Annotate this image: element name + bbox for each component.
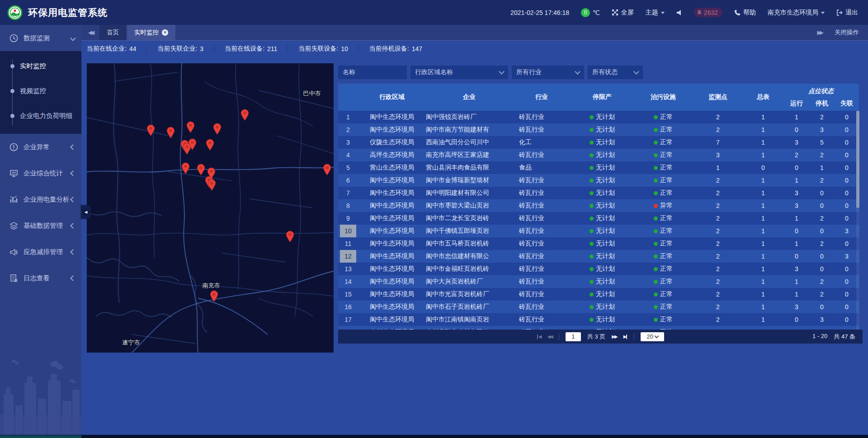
cell-meter-count: 1 xyxy=(743,263,783,275)
cell-monitor-count: 2 xyxy=(693,187,743,199)
map-pin-icon[interactable] xyxy=(286,231,294,242)
help-button[interactable]: 帮助 xyxy=(734,9,756,17)
fullscreen-label: 全屏 xyxy=(621,9,634,17)
map-pin-icon[interactable] xyxy=(213,123,222,135)
sidebar-group-3[interactable]: 企业综合统计 xyxy=(0,160,81,186)
table-row[interactable]: 9阆中生态环境局阆中市二龙长宝页岩砖砖瓦行业无计划正常21120 xyxy=(338,212,859,225)
sidebar-item-视频监控[interactable]: 视频监控 xyxy=(0,79,81,104)
next-page-button[interactable]: ▶▶ xyxy=(612,334,617,339)
cell-run-count: 1 xyxy=(783,275,810,288)
map-pin-icon[interactable] xyxy=(208,179,216,191)
sidebar-group-7[interactable]: 日志查看 xyxy=(0,265,81,291)
table-row[interactable]: 13阆中生态环境局阆中市金福旺页岩机砖砖瓦行业无计划正常21300 xyxy=(338,263,859,275)
table-row[interactable]: 1阆中生态环境局阆中强锐页岩砖厂砖瓦行业无计划正常21120 xyxy=(338,111,859,123)
cell-index: 11 xyxy=(338,237,358,250)
cell-company: 阆中大兴页岩机砖厂 xyxy=(426,275,513,288)
tab-close-icon[interactable]: × xyxy=(162,29,168,36)
page-number-input[interactable]: 1 xyxy=(566,332,581,341)
sidebar-group-5[interactable]: 基础数据管理 xyxy=(0,212,81,239)
sidebar-item-实时监控[interactable]: 实时监控 xyxy=(0,54,81,79)
table-row[interactable]: 17阆中生态环境局阆中市江南镇阆南页岩砖瓦行业无计划正常21030 xyxy=(338,313,859,326)
cell-company: 阆中市金博瑞新型墙材 xyxy=(426,174,513,187)
notification-badge[interactable]: 2632 xyxy=(694,8,722,17)
table-scrollbar[interactable] xyxy=(856,111,859,330)
status-filter-select[interactable]: 所有状态 xyxy=(588,66,643,79)
map-pin-icon[interactable] xyxy=(186,121,195,133)
theme-menu[interactable]: 主题 xyxy=(646,9,665,17)
cell-stop-status: 无计划 xyxy=(571,288,634,301)
cell-stop-status: 无计划 xyxy=(571,111,634,123)
cell-monitor-count: 2 xyxy=(693,123,743,136)
org-menu[interactable]: 南充市生态环境局 xyxy=(768,9,825,17)
cell-halt-count: 6 xyxy=(810,326,834,330)
app-logo-icon xyxy=(7,5,23,20)
table-row[interactable]: 3仪陇生态环境局西南油气田分公司川中化工无计划正常71350 xyxy=(338,136,859,149)
table-row[interactable]: 11阆中生态环境局阆中市五马桥页岩机砖砖瓦行业无计划正常21120 xyxy=(338,237,859,250)
tabs-scroll-left-button[interactable]: ◀◀ xyxy=(81,25,99,40)
cell-region: 阆中生态环境局 xyxy=(358,250,426,263)
cell-meter-count: 1 xyxy=(743,250,783,263)
table-row[interactable]: 5营山生态环境局营山县润丰肉食品有限食品无计划正常10010 xyxy=(338,161,859,174)
cell-monitor-count: 2 xyxy=(693,275,743,288)
sidebar-group-6[interactable]: 应急减排管理 xyxy=(0,239,81,265)
fullscreen-button[interactable]: 全屏 xyxy=(612,9,634,17)
tabs-scroll-right-button[interactable]: ▶▶ xyxy=(817,29,822,36)
sidebar-group-2[interactable]: 企业异常 xyxy=(0,134,81,160)
map-pin-icon[interactable] xyxy=(181,162,190,174)
map-collapse-handle[interactable]: ◀ xyxy=(81,205,91,219)
table-row[interactable]: 6阆中生态环境局阆中市金博瑞新型墙材砖瓦行业无计划正常21120 xyxy=(338,174,859,187)
stat-value: 10 xyxy=(341,45,348,52)
sidebar-group-4[interactable]: 企业用电量分析 xyxy=(0,186,81,212)
map-pin-icon[interactable] xyxy=(183,143,191,155)
map-pin-icon[interactable] xyxy=(197,164,205,175)
status-dot-icon xyxy=(590,179,594,183)
bell-icon xyxy=(697,9,702,15)
sidebar-group-1[interactable]: 数据监测 xyxy=(0,25,81,51)
first-page-button[interactable]: ◀ xyxy=(537,334,541,339)
total-pages-label: 共 3 页 xyxy=(587,333,605,341)
table-row[interactable]: 18南部生态环境局南部县瑞华建材有限公砖瓦行业无计划正常21060 xyxy=(338,326,859,330)
map-pin-icon[interactable] xyxy=(206,139,214,151)
table-row[interactable]: 7阆中生态环境局阆中明阳建材有限公司砖瓦行业无计划正常21300 xyxy=(338,187,859,199)
table-row[interactable]: 16阆中生态环境局阆中市石子页岩机砖厂砖瓦行业无计划正常21300 xyxy=(338,301,859,313)
map-pin-icon[interactable] xyxy=(323,164,331,175)
status-dot-icon xyxy=(590,254,594,259)
region-filter-select[interactable]: 行政区域名称 xyxy=(410,66,508,79)
cell-facility-status: 正常 xyxy=(634,263,693,275)
submenu-dot-icon xyxy=(10,114,14,118)
cell-lost-count: 0 xyxy=(834,288,859,301)
city-skyline-graphic xyxy=(0,356,81,435)
map-pin-icon[interactable] xyxy=(210,290,218,302)
sidebar-item-企业电力负荷明细[interactable]: 企业电力负荷明细 xyxy=(0,104,81,128)
table-row[interactable]: 2阆中生态环境局阆中市南方节能建材有砖瓦行业无计划正常21030 xyxy=(338,123,859,136)
cell-facility-status: 正常 xyxy=(634,250,693,263)
table-row[interactable]: 8阆中生态环境局阆中市枣碧大梁山页岩砖瓦行业无计划异常21300 xyxy=(338,199,859,212)
temperature-unit: ℃ xyxy=(593,9,600,16)
table-row[interactable]: 14阆中生态环境局阆中大兴页岩机砖厂砖瓦行业无计划正常21120 xyxy=(338,275,859,288)
table-row[interactable]: 15阆中生态环境局阆中市光富页岩机砖厂砖瓦行业无计划正常21120 xyxy=(338,288,859,301)
prev-page-button[interactable]: ◀◀ xyxy=(547,334,552,339)
map-pin-icon[interactable] xyxy=(146,124,155,136)
map-pin-icon[interactable] xyxy=(241,109,249,121)
table-row[interactable]: 4高坪生态环境局南充市高坪区王家店建砖瓦行业无计划正常31220 xyxy=(338,149,859,161)
sidebar-group-label: 数据监测 xyxy=(24,34,71,42)
tab-实时监控[interactable]: 实时监控× xyxy=(127,25,175,40)
cell-index: 16 xyxy=(338,301,358,313)
map-panel[interactable]: 巴中市南充市遂宁市 xyxy=(87,63,334,353)
cell-lost-count: 0 xyxy=(834,263,859,275)
table-row[interactable]: 12阆中生态环境局阆中市忠信建材有限公砖瓦行业无计划正常21003 xyxy=(338,250,859,263)
table-row[interactable]: 10阆中生态环境局阆中千佛镇五郎垭页岩砖瓦行业无计划正常21003 xyxy=(338,225,859,237)
stop-status-text: 无计划 xyxy=(596,113,615,121)
mute-button[interactable] xyxy=(676,9,682,16)
last-page-button[interactable]: ▶ xyxy=(623,334,628,339)
industry-filter-select[interactable]: 所有行业 xyxy=(512,66,584,79)
close-operations-menu[interactable]: 关闭操作 xyxy=(835,28,859,37)
name-filter-input[interactable]: 名称 xyxy=(338,66,407,79)
page-size-select[interactable]: 20 xyxy=(641,332,664,341)
map-pin-icon[interactable] xyxy=(166,127,175,138)
scrollbar-thumb[interactable] xyxy=(856,111,859,208)
tab-首页[interactable]: 首页 xyxy=(99,25,126,40)
tab-label: 首页 xyxy=(107,28,119,37)
logout-button[interactable]: 退出 xyxy=(836,9,858,17)
theme-label: 主题 xyxy=(646,9,658,17)
